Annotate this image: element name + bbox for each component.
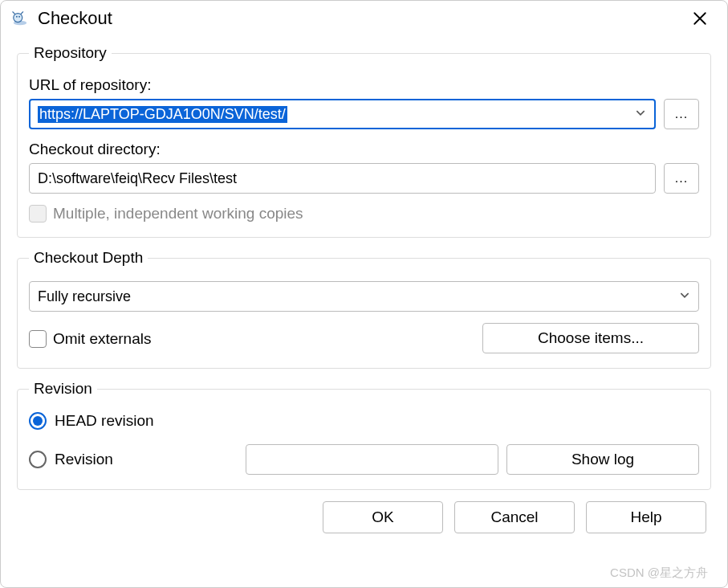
window-title: Checkout	[38, 8, 682, 29]
depth-value: Fully recursive	[38, 288, 131, 305]
ok-button[interactable]: OK	[323, 501, 443, 533]
titlebar: Checkout	[1, 1, 727, 36]
app-icon	[10, 9, 30, 28]
cancel-button[interactable]: Cancel	[454, 501, 575, 533]
revision-number-input[interactable]	[246, 444, 498, 475]
repository-legend: Repository	[29, 44, 112, 62]
svg-point-2	[16, 16, 18, 18]
depth-select[interactable]: Fully recursive	[29, 281, 699, 312]
multiple-copies-row: Multiple, independent working copies	[29, 205, 699, 223]
omit-externals-label: Omit externals	[53, 330, 151, 348]
choose-items-button[interactable]: Choose items...	[482, 323, 699, 353]
checkout-dir-input[interactable]: D:\software\feiq\Recv Files\test	[29, 163, 656, 194]
dialog-footer: OK Cancel Help	[17, 501, 711, 533]
watermark-text: CSDN @星之方舟	[610, 566, 708, 581]
url-combobox[interactable]: https://LAPTOP-GDJA1O0N/SVN/test/	[29, 99, 656, 129]
url-value-selected: https://LAPTOP-GDJA1O0N/SVN/test/	[38, 106, 287, 123]
checkout-depth-group: Checkout Depth Fully recursive Omit exte…	[17, 249, 711, 369]
browse-url-button[interactable]: ...	[664, 99, 699, 129]
omit-externals-checkbox[interactable]	[29, 330, 47, 348]
head-revision-radio[interactable]	[29, 412, 47, 430]
chevron-down-icon	[635, 106, 646, 123]
head-revision-label: HEAD revision	[55, 412, 154, 430]
revision-number-label: Revision	[55, 451, 113, 468]
svg-point-1	[14, 14, 22, 22]
revision-group: Revision HEAD revision Revision Show log	[17, 380, 711, 490]
head-revision-row: HEAD revision	[29, 412, 699, 430]
multiple-copies-checkbox	[29, 205, 47, 223]
browse-dir-button[interactable]: ...	[664, 163, 699, 194]
help-button[interactable]: Help	[586, 501, 706, 533]
chevron-down-icon	[679, 288, 690, 305]
revision-number-radio[interactable]	[29, 451, 47, 468]
svg-point-3	[18, 16, 20, 18]
multiple-copies-label: Multiple, independent working copies	[53, 205, 303, 223]
close-button[interactable]	[682, 6, 718, 31]
omit-externals-row: Omit externals	[29, 330, 151, 348]
repository-group: Repository URL of repository: https://LA…	[17, 44, 711, 238]
url-label: URL of repository:	[29, 76, 699, 94]
checkout-dir-label: Checkout directory:	[29, 141, 699, 158]
revision-legend: Revision	[29, 380, 97, 398]
checkout-depth-legend: Checkout Depth	[29, 249, 148, 267]
checkout-dir-value: D:\software\feiq\Recv Files\test	[38, 170, 237, 187]
show-log-button[interactable]: Show log	[506, 444, 699, 475]
revision-number-row: Revision	[29, 451, 238, 468]
